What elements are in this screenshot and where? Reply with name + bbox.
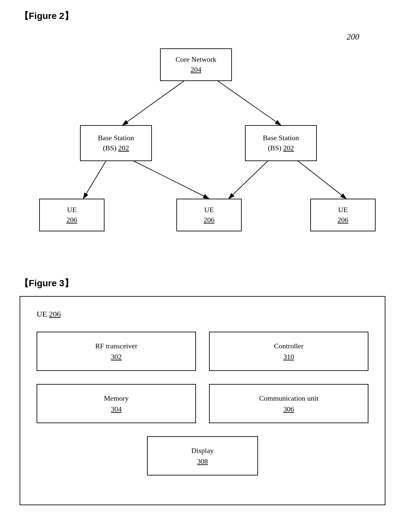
- base-station-left-node: Base Station (BS) 202: [80, 125, 152, 161]
- ue-center-node: UE 206: [176, 199, 242, 231]
- display-row: Display 308: [37, 436, 368, 475]
- ue-left-node: UE 206: [39, 199, 105, 231]
- base-station-right-node: Base Station (BS) 202: [245, 125, 317, 161]
- rf-transceiver-box: RF transceiver 302: [37, 332, 196, 371]
- figure2-label: 【Figure 2】: [20, 10, 385, 22]
- core-network-node: Core Network 204: [160, 48, 232, 81]
- controller-box: Controller 310: [209, 332, 368, 371]
- svg-line-5: [229, 158, 271, 199]
- ue-title: UE 206: [37, 310, 368, 319]
- display-box: Display 308: [147, 436, 258, 475]
- ue-outer-box: UE 206 RF transceiver 302 Controller 310…: [20, 296, 385, 505]
- svg-line-3: [83, 158, 108, 199]
- svg-line-2: [216, 79, 281, 125]
- figure3-diagram: UE 206 RF transceiver 302 Controller 310…: [20, 296, 385, 505]
- ue-right-node: UE 206: [310, 199, 376, 231]
- svg-line-4: [127, 158, 209, 199]
- figure2-diagram: 200 Core Network 204 Base Station (BS) 2…: [20, 29, 385, 264]
- figure3-label: 【Figure 3】: [20, 277, 385, 290]
- svg-line-1: [122, 79, 186, 125]
- communication-unit-box: Communication unit 306: [209, 384, 368, 423]
- memory-box: Memory 304: [37, 384, 196, 423]
- diagram-number: 200: [347, 32, 359, 42]
- svg-line-6: [294, 158, 346, 199]
- components-grid: RF transceiver 302 Controller 310 Memory…: [37, 332, 368, 423]
